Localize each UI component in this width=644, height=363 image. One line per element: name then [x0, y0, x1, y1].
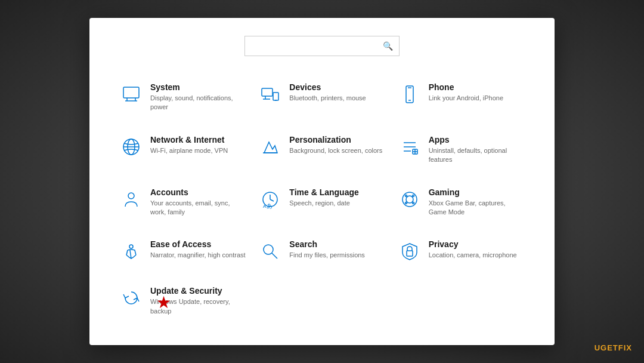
search-input[interactable]	[251, 41, 383, 50]
svg-point-35	[264, 245, 273, 254]
personalization-icon	[258, 135, 282, 159]
personalization-desc: Background, lock screen, colors	[289, 146, 382, 155]
setting-item-system[interactable]: System Display, sound, notifications, po…	[113, 74, 252, 121]
accounts-text: Accounts Your accounts, email, sync, wor…	[150, 187, 246, 217]
personalization-text: Personalization Background, lock screen,…	[289, 135, 382, 155]
setting-item-search[interactable]: Search Find my files, permissions	[252, 231, 391, 272]
accounts-desc: Your accounts, email, sync, work, family	[150, 199, 246, 217]
search-icon	[258, 239, 282, 263]
apps-icon	[398, 135, 422, 159]
svg-rect-37	[407, 251, 413, 256]
setting-item-update[interactable]: Update & Security Windows Update, recove…	[113, 278, 252, 324]
setting-item-privacy[interactable]: Privacy Location, camera, microphone	[392, 231, 531, 272]
svg-rect-0	[123, 87, 139, 98]
ease-icon	[119, 239, 143, 263]
setting-item-apps[interactable]: Apps Uninstall, defaults, optional featu…	[392, 127, 531, 173]
system-icon	[119, 82, 143, 106]
gaming-text: Gaming Xbox Game Bar, captures, Game Mod…	[429, 187, 525, 217]
svg-point-30	[405, 195, 407, 196]
svg-point-32	[405, 202, 407, 204]
search-title: Search	[289, 239, 365, 249]
svg-text:あ: あ	[267, 202, 273, 209]
watermark-orange: FIX	[618, 343, 632, 352]
setting-item-devices[interactable]: Devices Bluetooth, printers, mouse	[252, 74, 391, 121]
svg-line-36	[272, 253, 277, 259]
svg-line-25	[270, 199, 274, 201]
search-bar[interactable]: 🔍	[244, 36, 400, 56]
time-icon: Aあ	[258, 187, 282, 211]
setting-item-ease[interactable]: Ease of Access Narrator, magnifier, high…	[113, 231, 252, 272]
accounts-icon	[119, 187, 143, 211]
personalization-title: Personalization	[289, 135, 382, 144]
setting-item-accounts[interactable]: Accounts Your accounts, email, sync, wor…	[113, 179, 252, 226]
privacy-desc: Location, camera, microphone	[429, 251, 517, 260]
system-text: System Display, sound, notifications, po…	[150, 82, 246, 112]
time-desc: Speech, region, date	[289, 199, 358, 208]
setting-item-phone[interactable]: Phone Link your Android, iPhone	[392, 74, 531, 121]
devices-title: Devices	[289, 82, 366, 92]
phone-desc: Link your Android, iPhone	[429, 94, 503, 103]
svg-point-29	[406, 196, 413, 203]
gaming-desc: Xbox Game Bar, captures, Game Mode	[429, 199, 525, 217]
devices-icon	[258, 82, 282, 106]
ease-title: Ease of Access	[150, 239, 246, 249]
settings-window: 🔍 System Display, sound, notifications, …	[89, 18, 555, 345]
svg-point-28	[402, 192, 417, 207]
devices-desc: Bluetooth, printers, mouse	[289, 94, 366, 103]
phone-icon	[398, 82, 422, 106]
setting-item-personalization[interactable]: Personalization Background, lock screen,…	[252, 127, 391, 173]
search-desc: Find my files, permissions	[289, 251, 365, 260]
system-title: System	[150, 82, 246, 92]
setting-item-time[interactable]: Aあ Time & Language Speech, region, date	[252, 179, 391, 226]
svg-rect-7	[273, 93, 278, 100]
svg-point-33	[412, 202, 414, 204]
svg-point-31	[412, 195, 414, 196]
apps-desc: Uninstall, defaults, optional features	[429, 146, 525, 165]
search-icon: 🔍	[383, 41, 393, 51]
system-desc: Display, sound, notifications, power	[150, 94, 246, 112]
network-text: Network & Internet Wi-Fi, airplane mode,…	[150, 135, 228, 155]
apps-title: Apps	[429, 135, 525, 144]
network-desc: Wi-Fi, airplane mode, VPN	[150, 146, 228, 155]
svg-point-22	[128, 193, 134, 199]
ease-desc: Narrator, magnifier, high contrast	[150, 251, 246, 260]
accounts-title: Accounts	[150, 187, 246, 197]
privacy-title: Privacy	[429, 239, 517, 249]
gaming-icon	[398, 187, 422, 211]
devices-text: Devices Bluetooth, printers, mouse	[289, 82, 366, 103]
time-title: Time & Language	[289, 187, 358, 197]
ease-text: Ease of Access Narrator, magnifier, high…	[150, 239, 246, 260]
privacy-icon	[398, 239, 422, 263]
watermark-white: UGET	[595, 343, 618, 352]
settings-grid: System Display, sound, notifications, po…	[113, 74, 531, 324]
phone-title: Phone	[429, 82, 503, 92]
apps-text: Apps Uninstall, defaults, optional featu…	[429, 135, 525, 165]
network-title: Network & Internet	[150, 135, 228, 144]
phone-text: Phone Link your Android, iPhone	[429, 82, 503, 103]
setting-item-gaming[interactable]: Gaming Xbox Game Bar, captures, Game Mod…	[392, 179, 531, 226]
update-icon	[119, 286, 143, 310]
red-star: ★	[156, 294, 171, 311]
privacy-text: Privacy Location, camera, microphone	[429, 239, 517, 260]
svg-point-34	[129, 245, 133, 248]
svg-rect-4	[262, 88, 273, 96]
time-text: Time & Language Speech, region, date	[289, 187, 358, 208]
search-text: Search Find my files, permissions	[289, 239, 365, 260]
gaming-title: Gaming	[429, 187, 525, 197]
network-icon	[119, 135, 143, 159]
setting-item-network[interactable]: Network & Internet Wi-Fi, airplane mode,…	[113, 127, 252, 173]
watermark: UGETFIX	[595, 343, 632, 352]
